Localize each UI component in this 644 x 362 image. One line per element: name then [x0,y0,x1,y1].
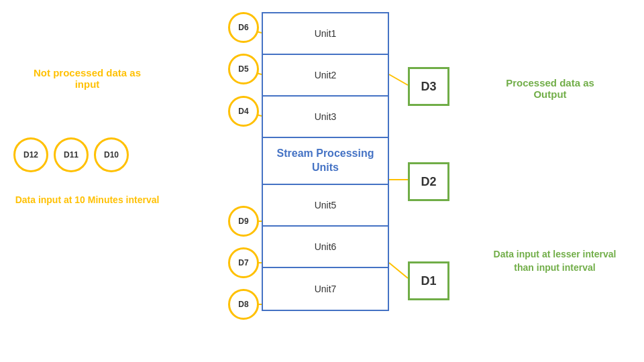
input-node-d6: D6 [228,12,259,43]
lesser-interval-label: Data input at lesser interval than input… [491,248,619,274]
input-node-d4: D4 [228,96,259,127]
svg-line-6 [389,74,408,85]
spu-unit3: Unit3 [263,97,388,138]
spu-unit1: Unit1 [263,13,388,55]
circle-d10: D10 [94,137,129,172]
diagram-container: Not processed data as input Data input a… [0,0,644,362]
spu-container: Unit1 Unit2 Unit3 Stream Processing Unit… [262,12,389,311]
data-interval-label: Data input at 10 Minutes interval [13,194,161,205]
spu-unit7: Unit7 [263,268,388,310]
input-node-d7: D7 [228,247,259,278]
input-node-d9: D9 [228,206,259,237]
circle-d12: D12 [13,137,48,172]
spu-unit5: Unit5 [263,185,388,227]
output-square-d1: D1 [408,261,449,300]
spu-title: Stream Processing Units [266,147,385,175]
input-node-d8: D8 [228,289,259,320]
output-square-d3: D3 [408,67,449,106]
spu-unit2: Unit2 [263,55,388,97]
svg-line-8 [389,263,408,278]
processed-output-label: Processed data as Output [490,77,610,100]
output-square-d2: D2 [408,162,449,201]
input-node-d5: D5 [228,54,259,84]
not-processed-label: Not processed data as input [20,67,154,90]
spu-label-cell: Stream Processing Units [263,138,388,185]
input-circles-row: D12 D11 D10 [13,137,129,172]
spu-unit6: Unit6 [263,227,388,268]
circle-d11: D11 [54,137,89,172]
